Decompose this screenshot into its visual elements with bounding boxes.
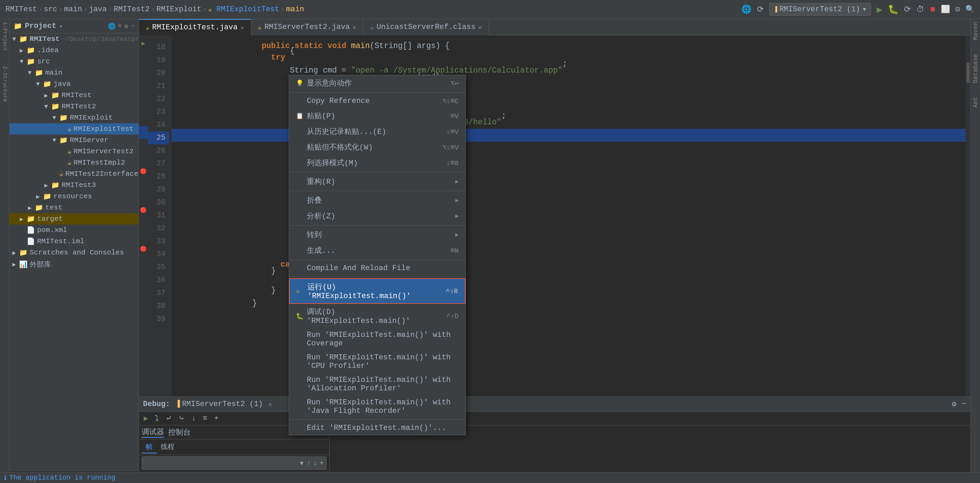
tree-idea[interactable]: ▶ 📁 .idea	[10, 45, 138, 56]
tab-rmiservertest2[interactable]: ☕ RMIServerTest2.java ✕	[251, 19, 364, 35]
menu-item-analyze[interactable]: 分析(Z)	[289, 208, 466, 224]
debug-add-watch-btn[interactable]: +	[212, 413, 221, 423]
menu-item-copy-reference[interactable]: Copy Reference ⌥⇧⌘C	[289, 94, 466, 108]
menu-item-compile[interactable]: Compile And Reload File	[289, 261, 466, 275]
tree-main[interactable]: ▼ 📁 main	[10, 67, 138, 78]
tree-target[interactable]: ▶ 📁 target	[10, 213, 138, 225]
tree-src[interactable]: ▼ 📁 src	[10, 56, 138, 67]
debug-step-into-btn[interactable]: ⤶	[164, 413, 173, 424]
add-configuration-icon[interactable]: 🌐	[741, 5, 751, 14]
menu-item-debug[interactable]: 🐛 调试(D) 'RMIExploitTest.main()' ^⇧D	[289, 304, 466, 328]
debug-session-close[interactable]: ✕	[268, 400, 272, 408]
search-everywhere[interactable]: 🔍	[966, 5, 975, 14]
profile-button[interactable]: ⏱	[916, 5, 924, 14]
tree-scratches[interactable]: ▶ 📁 Scratches and Consoles	[10, 247, 138, 258]
restore-button[interactable]: ⊡	[956, 5, 960, 14]
debug-run-cursor-btn[interactable]: ↓	[189, 413, 198, 423]
menu-item-paste[interactable]: 📋 粘贴(P) ⌘V	[289, 108, 466, 124]
tab-close-2[interactable]: ✕	[352, 24, 356, 31]
frame-add-icon[interactable]: +	[320, 460, 323, 467]
menu-item-run-cpu[interactable]: Run 'RMIExploitTest.main()' with 'CPU Pr…	[289, 351, 466, 373]
tree-rmitest2[interactable]: ▼ 📁 RMITest2	[10, 101, 138, 112]
menu-item-run-jfr[interactable]: Run 'RMIExploitTest.main()' with 'Java F…	[289, 395, 466, 418]
menu-item-paste-history[interactable]: 从历史记录粘贴...(E) ⇧⌘V	[289, 124, 466, 139]
breadcrumb-rmiexploittest-file[interactable]: ☕ RMIExploitTest	[208, 5, 279, 14]
run-button[interactable]: ▶	[877, 4, 882, 15]
menu-item-refactor[interactable]: 重构(R)	[289, 174, 466, 190]
tree-rmitest[interactable]: ▼ 📁 RMITest ~/Desktop/JavaTestproject/RM…	[10, 33, 138, 45]
frame-input[interactable]	[145, 459, 297, 467]
breadcrumb-main[interactable]: main	[64, 5, 82, 14]
project-panel-label[interactable]: 1:Project	[2, 22, 8, 51]
vertical-scrollbar[interactable]	[966, 35, 970, 397]
menu-item-generate[interactable]: 生成... ⌘N	[289, 242, 466, 258]
debug-gear-icon[interactable]: ⚙	[952, 400, 956, 409]
menu-item-show-intentions[interactable]: 💡 显示意向动作 ⌥↩	[289, 75, 466, 91]
breadcrumb-rmitest2[interactable]: RMITest2	[114, 5, 150, 14]
menu-item-run[interactable]: ▶ 运行(U) 'RMIExploitTest.main()' ^⇧R	[289, 278, 466, 304]
tree-rmitest-pkg[interactable]: ▶ 📁 RMITest	[10, 89, 138, 101]
tree-iml[interactable]: ▶ 📄 RMITest.iml	[10, 236, 138, 247]
breadcrumb-rmitest[interactable]: RMITest	[5, 5, 37, 14]
debug-step-out-btn[interactable]: ⤷	[177, 413, 186, 424]
sidebar-sync-icon[interactable]: ≡	[118, 22, 122, 30]
expand-button[interactable]: ⬜	[941, 5, 950, 14]
debug-tab-console[interactable]: 控制台	[168, 427, 191, 438]
menu-item-run-coverage[interactable]: Run 'RMIExploitTest.main()' with Coverag…	[289, 328, 466, 351]
debug-resume-btn[interactable]: ▶	[142, 413, 150, 424]
maven-panel-label[interactable]: Maven	[972, 22, 979, 40]
frame-dropdown[interactable]: ▾ ↑ ↓ +	[142, 456, 326, 470]
debug-tabs-bar: Debug: ▐ RMIServerTest2 (1) ✕ ⚙ −	[139, 397, 970, 412]
debug-step-over-btn[interactable]: ⤵	[153, 413, 161, 424]
tree-test[interactable]: ▶ 📁 test	[10, 202, 138, 213]
threads-tab[interactable]: 线程	[157, 441, 178, 453]
tree-rmitest3[interactable]: ▶ 📁 RMITest3	[10, 180, 138, 191]
context-menu: 💡 显示意向动作 ⌥↩ Copy Reference ⌥⇧⌘C 📋 粘贴(P) …	[289, 75, 466, 435]
run-configuration[interactable]: ▐ RMIServerTest2 (1) ▾	[769, 3, 871, 16]
debug-tab-debugger[interactable]: 调试器	[142, 427, 164, 438]
menu-item-edit[interactable]: Edit 'RMIExploitTest.main()'...	[289, 421, 466, 435]
breadcrumb-main-method[interactable]: main	[286, 5, 304, 14]
tree-rmitestimpl2[interactable]: ▶ ☕ RMITestImpl2	[10, 157, 138, 168]
tree-rmiserver[interactable]: ▼ 📁 RMIServer	[10, 134, 138, 146]
menu-sep-5	[289, 260, 466, 260]
menu-item-column-mode[interactable]: 列选择模式(M) ⇧⌘8	[289, 155, 466, 171]
menu-item-paste-plain[interactable]: 粘贴但不格式化(W) ⌥⇧⌘V	[289, 139, 466, 155]
tab-close-3[interactable]: ✕	[478, 24, 482, 31]
tab-unicastserverref[interactable]: ☕ UnicastServerRef.class ✕	[363, 19, 489, 35]
sidebar-settings-icon[interactable]: ⚙	[124, 22, 128, 30]
breadcrumb-rmiexploit[interactable]: RMIExploit	[156, 5, 201, 14]
debug-hide-icon[interactable]: −	[962, 400, 966, 408]
tree-rmiexploit[interactable]: ▼ 📁 RMIExploit	[10, 112, 138, 123]
run-gutter-arrow[interactable]: ▶	[142, 40, 145, 47]
breadcrumb-java[interactable]: java	[89, 5, 107, 14]
tab-close-1[interactable]: ✕	[240, 24, 244, 31]
menu-item-fold[interactable]: 折叠	[289, 193, 466, 208]
menu-item-goto[interactable]: 转到	[289, 227, 466, 242]
stop-button[interactable]: ■	[930, 5, 935, 14]
tab-rmiexploittest[interactable]: ☕ RMIExploitTest.java ✕	[139, 19, 251, 35]
debug-button[interactable]: 🐛	[888, 4, 899, 15]
debug-evaluate-btn[interactable]: ≡	[200, 413, 209, 423]
sidebar-minimize-icon[interactable]: −	[131, 22, 135, 30]
tree-rmiexploittest[interactable]: ▶ ☕ RMIExploitTest	[10, 123, 138, 134]
tree-java[interactable]: ▼ 📁 java	[10, 78, 138, 89]
debug-session-name[interactable]: RMIServerTest2 (1)	[182, 400, 263, 408]
sidebar-globe-icon[interactable]: 🌐	[108, 22, 115, 30]
tree-rmiservertest2[interactable]: ▶ ☕ RMIServerTest2	[10, 146, 138, 157]
sync-icon[interactable]: ⟳	[757, 5, 764, 14]
tree-pomxml[interactable]: ▶ 📄 pom.xml	[10, 225, 138, 236]
coverage-button[interactable]: ⟳	[904, 5, 911, 14]
frames-tab[interactable]: 帧	[142, 441, 157, 453]
menu-item-run-alloc[interactable]: Run 'RMIExploitTest.main()' with 'Alloca…	[289, 373, 466, 395]
frame-dropdown-arrow[interactable]: ▾	[299, 458, 304, 468]
database-panel-label[interactable]: Database	[972, 54, 979, 83]
frame-up-icon[interactable]: ↑	[307, 460, 311, 467]
breadcrumb-src[interactable]: src	[44, 5, 57, 14]
frame-down-icon[interactable]: ↓	[313, 460, 317, 467]
tree-rmitest2interface[interactable]: ▶ ☕ RMITest2Interface	[10, 168, 138, 180]
ant-panel-label[interactable]: Ant	[972, 97, 979, 108]
tree-external-libs[interactable]: ▶ 📊 外部库	[10, 258, 138, 271]
tree-resources[interactable]: ▶ 📁 resources	[10, 191, 138, 202]
structure-panel-label[interactable]: Z-Structure	[2, 66, 8, 102]
